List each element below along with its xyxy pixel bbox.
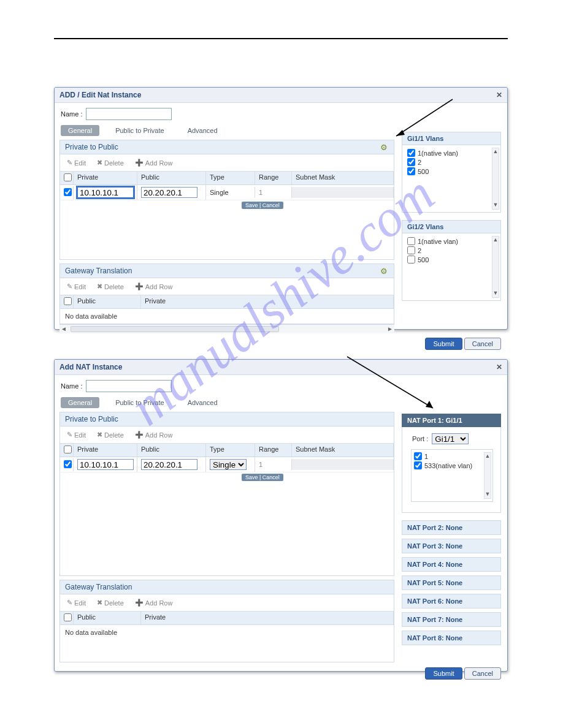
scroll-thumb[interactable]	[71, 326, 279, 332]
nat-port-row[interactable]: NAT Port 4: None	[402, 557, 501, 572]
tab-advanced[interactable]: Advanced	[180, 397, 225, 408]
vlan-checkbox[interactable]	[414, 452, 422, 460]
x-icon: ✖	[97, 159, 102, 167]
save-cancel-pill[interactable]: Save | Cancel	[242, 474, 283, 481]
edit-button[interactable]: ✎Edit	[63, 157, 90, 169]
scroll-right-icon[interactable]: ►	[386, 325, 394, 333]
tab-public-to-private[interactable]: Public to Private	[108, 397, 171, 408]
table-row: Single 1	[60, 457, 394, 472]
add-row-button[interactable]: ➕Add Row	[131, 281, 177, 292]
vertical-scrollbar[interactable]: ▲▼	[492, 236, 499, 298]
private-input[interactable]	[77, 187, 134, 198]
arrow-annotation-2	[341, 353, 451, 414]
submit-button[interactable]: Submit	[425, 338, 462, 350]
delete-button[interactable]: ✖Delete	[93, 157, 128, 169]
vlan-label: 2	[418, 159, 421, 166]
vlan-checkbox[interactable]	[407, 237, 415, 245]
dialog-title-text: Add NAT Instance	[59, 363, 122, 371]
pencil-icon: ✎	[67, 599, 72, 607]
side-header: Gi1/2 Vlans	[402, 220, 501, 233]
edit-button[interactable]: ✎Edit	[63, 281, 90, 292]
gear-icon[interactable]: ⚙	[380, 143, 388, 152]
nat-port-row[interactable]: NAT Port 3: None	[402, 539, 501, 553]
vlan-checkbox[interactable]	[407, 246, 415, 254]
col-public: Public	[74, 612, 141, 624]
nat-port-row[interactable]: NAT Port 6: None	[402, 594, 501, 609]
pencil-icon: ✎	[67, 282, 72, 290]
public-input[interactable]	[141, 459, 197, 470]
vlan-checkbox[interactable]	[407, 256, 415, 264]
edit-button[interactable]: ✎Edit	[63, 429, 90, 441]
nat-port-row[interactable]: NAT Port 8: None	[402, 631, 501, 645]
nat-port-row[interactable]: NAT Port 2: None	[402, 520, 501, 535]
edit-label: Edit	[74, 599, 86, 607]
col-subnet-mask: Subnet Mask	[292, 444, 394, 457]
plus-icon: ➕	[135, 431, 144, 439]
no-data: No data available	[60, 309, 394, 324]
delete-button[interactable]: ✖Delete	[93, 429, 128, 441]
tab-advanced[interactable]: Advanced	[180, 125, 225, 136]
toolbar: ✎Edit ✖Delete ➕Add Row	[60, 154, 394, 172]
col-private: Private	[141, 612, 394, 624]
add-row-button[interactable]: ➕Add Row	[131, 429, 177, 441]
nat-port-row[interactable]: NAT Port 7: None	[402, 612, 501, 627]
horizontal-scrollbar[interactable]: ◄ ►	[59, 324, 394, 333]
edit-label: Edit	[74, 431, 86, 439]
delete-label: Delete	[104, 431, 124, 439]
vlan-checkbox[interactable]	[407, 167, 415, 175]
port-select[interactable]: Gi1/1	[432, 433, 469, 444]
table-row: Single 1	[60, 185, 394, 200]
vertical-scrollbar[interactable]: ▲▼	[492, 148, 499, 210]
close-icon[interactable]: ✕	[496, 363, 502, 371]
cancel-button[interactable]: Cancel	[464, 338, 501, 350]
add-row-label: Add Row	[145, 159, 173, 167]
name-input[interactable]	[86, 108, 172, 120]
delete-label: Delete	[104, 159, 124, 167]
close-icon[interactable]: ✕	[496, 91, 502, 99]
vlan-checkbox[interactable]	[414, 461, 422, 469]
vertical-scrollbar[interactable]: ▲▼	[484, 452, 491, 499]
col-public: Public	[74, 295, 141, 308]
add-row-button[interactable]: ➕Add Row	[131, 597, 177, 609]
cell-range: 1	[255, 187, 292, 198]
plus-icon: ➕	[135, 282, 144, 290]
vlan-checkbox[interactable]	[407, 149, 415, 157]
checkbox-header[interactable]	[60, 444, 74, 457]
cell-mask	[292, 187, 394, 198]
x-icon: ✖	[97, 282, 102, 290]
scroll-left-icon[interactable]: ◄	[59, 325, 68, 333]
row-checkbox[interactable]	[60, 186, 74, 199]
port-label: Port :	[412, 435, 428, 442]
type-select[interactable]: Single	[210, 459, 247, 470]
pencil-icon: ✎	[67, 431, 72, 439]
dialog-footer: Submit Cancel	[55, 333, 507, 355]
gw-table-header: Public Private	[60, 295, 394, 309]
add-row-button[interactable]: ➕Add Row	[131, 157, 177, 169]
checkbox-header[interactable]	[60, 612, 74, 624]
vlan-item: 2	[407, 158, 497, 166]
col-subnet-mask: Subnet Mask	[292, 172, 394, 184]
vlan-label: 500	[418, 256, 429, 264]
delete-button[interactable]: ✖Delete	[93, 597, 128, 609]
col-range: Range	[255, 444, 292, 457]
col-range: Range	[255, 172, 292, 184]
gear-icon[interactable]: ⚙	[380, 267, 388, 276]
row-checkbox[interactable]	[60, 458, 74, 471]
edit-button[interactable]: ✎Edit	[63, 597, 90, 609]
tab-public-to-private[interactable]: Public to Private	[108, 125, 171, 136]
name-input[interactable]	[86, 380, 172, 392]
submit-button[interactable]: Submit	[425, 667, 462, 680]
tab-general[interactable]: General	[61, 125, 99, 136]
tab-general[interactable]: General	[61, 397, 99, 408]
save-cancel-pill[interactable]: Save | Cancel	[242, 202, 283, 209]
private-input[interactable]	[77, 459, 134, 470]
cancel-button[interactable]: Cancel	[464, 667, 501, 680]
edit-label: Edit	[74, 159, 86, 167]
type-value[interactable]: Single	[210, 189, 229, 196]
delete-button[interactable]: ✖Delete	[93, 281, 128, 292]
checkbox-header[interactable]	[60, 172, 74, 184]
nat-port-row[interactable]: NAT Port 5: None	[402, 575, 501, 590]
checkbox-header[interactable]	[60, 295, 74, 308]
vlan-checkbox[interactable]	[407, 158, 415, 166]
public-input[interactable]	[141, 187, 197, 198]
